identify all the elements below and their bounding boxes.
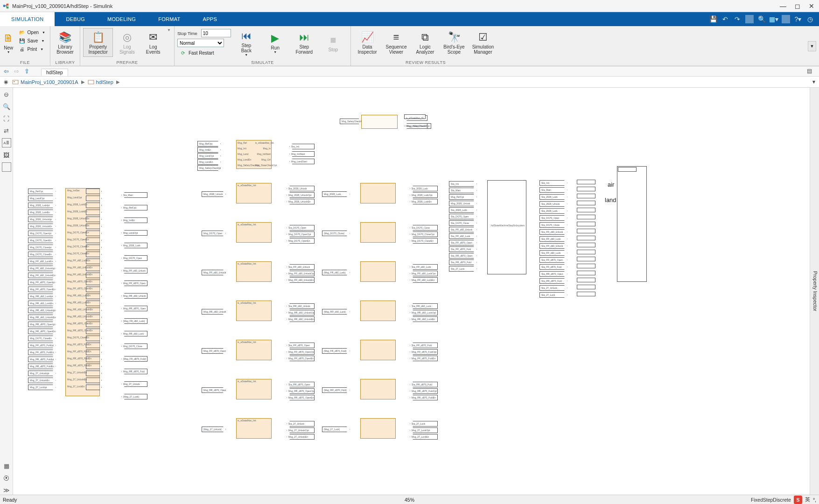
display-block[interactable] [577,180,595,184]
port[interactable]: Msg_RR_d60_UnlockOpt [287,310,315,315]
port[interactable]: Msg_RR_d60_LockEn [410,316,438,322]
port[interactable]: Msg_RR_d60_UnlockEn [287,316,315,322]
port[interactable]: Sta_RR_d870_Open [287,382,315,387]
port[interactable]: Msg_LandOpt [197,153,221,159]
port[interactable]: Msg_FR_d870_OpenEn [287,356,315,361]
port[interactable]: Msg_FR_d60_UnlockEn [28,273,56,278]
annotation[interactable]: land [605,196,616,203]
breadcrumb-root[interactable]: MainProj_v100_200901A [12,79,78,85]
port[interactable] [86,203,102,208]
simulation-manager-button[interactable]: ☑Simulation Manager [469,28,497,57]
display-block[interactable] [577,271,595,275]
port[interactable]: Msg_FR_d60_UnlockIpt [28,266,56,271]
port[interactable]: Msg_FR_d870_Open [121,280,147,286]
port[interactable] [86,266,102,271]
search-icon[interactable]: 🔍 [757,15,766,23]
display-block[interactable] [577,187,595,191]
port[interactable]: Msg_27_UnlockOpt [287,427,315,433]
port[interactable]: Msg_RR_d60_LockIpt [28,294,56,299]
port[interactable]: Msg_LandOpt [121,230,147,236]
port[interactable] [86,189,102,194]
port[interactable]: Msg_RR_d870_Open [202,387,226,393]
annotation[interactable]: air [608,181,614,188]
port[interactable]: Sta_DG70_Open [539,215,567,221]
port[interactable]: Sta_Init [539,180,567,186]
port[interactable]: Msg_FR_d870_FoldEn [28,350,56,355]
port[interactable]: Sta_FR_d60_Unlock [539,243,567,249]
print-button[interactable]: 🖨Print▼ [16,45,47,53]
forward-button[interactable]: ⇨ [12,67,21,76]
port[interactable]: Msg_LandEn [197,159,221,165]
port[interactable]: Sta_FR_d60_Lock [539,236,567,242]
port[interactable] [86,343,102,348]
port[interactable]: Msg_RR_d60_LockOpt [410,310,438,315]
port[interactable]: Msg_LandOpt [28,196,56,201]
back-button[interactable]: ⇦ [2,67,10,76]
up-button[interactable]: ⇧ [22,67,31,76]
port[interactable]: Msg_27_UnlockEn [287,434,315,440]
display-block[interactable] [577,194,595,198]
model-data-editor-icon[interactable]: ▦ [2,461,11,470]
port[interactable]: Sta_2028_Lock [449,207,477,213]
port[interactable] [86,196,102,201]
port[interactable]: Msg_2028_Unlock [202,191,226,197]
port[interactable]: Msg_2028_LockIpt [28,203,56,208]
area-icon[interactable] [2,162,11,172]
port[interactable]: Sta_RR_d870_Fold [410,382,438,387]
port[interactable]: Msg_2028_Lock [322,191,350,197]
fullscreen-icon[interactable]: ◷ [806,15,814,23]
port[interactable]: [Msg_FR_d60_Lock] [322,270,350,275]
expand-panel-icon[interactable]: ≫ [2,485,11,495]
record-icon[interactable]: ⦿ [2,473,11,483]
port[interactable]: Msg_DG70_Close [121,343,147,349]
port[interactable]: Msg_RR_d60_LockEn [28,301,56,306]
save-quick-icon[interactable]: 💾 [709,15,717,23]
port[interactable]: Msg_DG70_CloseEn [28,252,56,257]
display-block[interactable] [577,229,595,233]
model-tab[interactable]: hdlStep [41,69,68,76]
port[interactable]: Sta_FR_d870_Fold [449,246,477,252]
port[interactable] [86,210,102,215]
display-block[interactable] [577,215,595,219]
port[interactable]: Sta_2028_Unlock [287,186,315,191]
port[interactable]: Sta_DG70_Open [449,214,477,219]
display-block[interactable] [577,222,595,226]
port[interactable]: Msg_DG70_CloseOpt [410,231,438,237]
port[interactable]: [Msg_27_Lock] [121,394,147,399]
port[interactable]: Msg_FR_d870_FoldOpt [410,349,438,355]
display-block[interactable] [577,264,595,268]
port[interactable] [86,322,102,327]
port[interactable]: Sta_RR_d870_Fold [449,259,477,265]
port[interactable]: Msg_RR_d870_Fold [121,369,147,374]
model-browser-icon[interactable]: ▤ [807,68,817,75]
port[interactable]: Msg_RR_d870_FoldIpt [28,357,56,362]
port[interactable] [86,350,102,355]
port[interactable]: Sta_FR_d870_Fold [539,264,567,270]
fit-to-view-icon[interactable]: ⛶ [2,114,11,123]
subsystem-block[interactable] [360,261,396,282]
model-hierarchy-icon[interactable]: ◉ [3,79,9,85]
port[interactable]: Sta_RR_d870_Open [449,253,477,259]
port[interactable]: Sta_2028_Lock [539,194,567,200]
subsystem-block[interactable] [360,379,396,399]
port[interactable]: [Msg_RR_d60_Lock] [322,309,350,315]
port[interactable]: Sta_FR_d870_Fold [410,343,438,348]
display-block[interactable] [577,208,595,212]
port[interactable]: Sta_FR_d60_Unlock [287,264,315,270]
annotation-icon[interactable]: A≣ [2,138,11,147]
port[interactable]: Msg_2028_LockEn [28,210,56,215]
port[interactable]: Msg_DG70_Open [202,231,226,236]
status-zoom[interactable]: 45% [405,497,414,503]
port[interactable]: Sta_FR_d60_Lock [539,250,567,256]
port[interactable]: Sta_DG70_Close [449,220,477,226]
port[interactable]: Msg_FR_d60_Unlock [121,268,147,273]
port[interactable]: Msg_DG70_OpenIpt [28,231,56,236]
port[interactable]: Msg_FR_d60_UnlockEn [287,277,315,283]
port[interactable] [86,273,102,278]
port[interactable]: [Msg_DG70_Close] [322,231,350,236]
port[interactable]: Sta_2028_Unlock [539,201,567,207]
port[interactable]: Msg_DG70_OpenEn [287,238,315,244]
port[interactable] [86,224,102,229]
port[interactable] [86,371,102,376]
port[interactable]: Msg_FR_d60_UnlockOpt [287,271,315,276]
